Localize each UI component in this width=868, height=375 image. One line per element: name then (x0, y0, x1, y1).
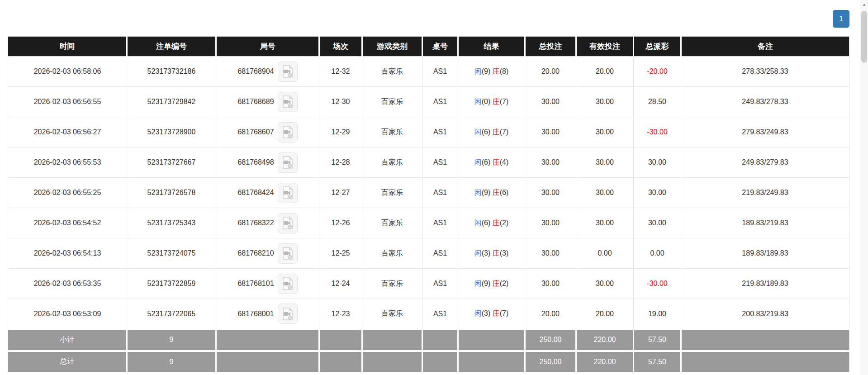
cell-total-bet[interactable]: 30.00 (525, 147, 576, 178)
subtotal-label: 小计 (8, 329, 127, 351)
cell-bet-id: 523173727667 (127, 147, 216, 178)
result-banker-points: (2) (500, 280, 509, 287)
result-player-points: (6) (482, 128, 491, 136)
cell-table-no: AS1 (422, 178, 458, 208)
video-replay-button[interactable] (278, 152, 298, 173)
cell-table-no: AS1 (422, 238, 458, 269)
result-player-label: 闲 (474, 249, 482, 257)
cell-total-bet[interactable]: 20.00 (525, 57, 576, 87)
header-bet-id: 注单编号 (127, 37, 216, 57)
cell-payout: -30.00 (634, 269, 681, 299)
subtotal-count: 9 (127, 329, 216, 351)
subtotal-payout: 57.50 (634, 329, 681, 351)
total-total-bet: 250.00 (525, 351, 576, 372)
vertical-scrollbar[interactable]: ▲ (860, 0, 868, 375)
video-replay-button[interactable] (278, 243, 298, 264)
result-player-points: (6) (482, 158, 491, 166)
video-replay-button[interactable] (278, 183, 298, 203)
result-player-label: 闲 (474, 280, 482, 287)
cell-payout: 30.00 (634, 147, 681, 178)
video-replay-button[interactable] (278, 122, 298, 142)
cell-total-bet[interactable]: 30.00 (525, 208, 576, 238)
cell-total-bet[interactable]: 20.00 (525, 299, 576, 329)
cell-time: 2026-02-03 06:54:13 (8, 238, 127, 269)
video-replay-button[interactable] (278, 274, 298, 294)
cell-game-type: 百家乐 (362, 117, 422, 147)
cell-total-bet[interactable]: 30.00 (525, 269, 576, 299)
cell-remark: 189.83/219.83 (681, 208, 849, 238)
cell-round: 681768607 (216, 117, 319, 147)
subtotal-row: 小计 9 250.00 220.00 57.50 (8, 329, 849, 351)
round-number: 681768424 (237, 189, 274, 197)
cell-game-type: 百家乐 (362, 269, 422, 299)
pagination-page-1-button[interactable]: 1 (833, 10, 849, 28)
result-player-label: 闲 (474, 128, 482, 136)
result-banker-label: 庄 (493, 280, 500, 287)
cell-game-type: 百家乐 (362, 299, 422, 329)
cell-session: 12-26 (319, 208, 362, 238)
result-player-points: (3) (482, 309, 491, 317)
result-banker-points: (8) (500, 67, 509, 75)
result-player-label: 闲 (474, 98, 482, 105)
cell-remark: 200.83/219.83 (681, 299, 849, 329)
video-file-icon (281, 125, 294, 139)
cell-result: 闲(3) 庄(7) (458, 299, 525, 329)
table-row: 2026-02-03 06:53:09 523173722065 6817680… (8, 299, 849, 329)
video-replay-button[interactable] (278, 304, 298, 324)
cell-session: 12-32 (319, 57, 362, 87)
header-remark: 备注 (681, 37, 849, 57)
cell-payout: 30.00 (634, 178, 681, 208)
header-payout: 总派彩 (634, 37, 681, 57)
cell-total-bet[interactable]: 30.00 (525, 87, 576, 117)
video-replay-button[interactable] (278, 92, 298, 112)
cell-valid-bet: 30.00 (576, 178, 634, 208)
cell-table-no: AS1 (422, 299, 458, 329)
result-banker-label: 庄 (493, 189, 500, 196)
cell-total-bet[interactable]: 30.00 (525, 238, 576, 269)
cell-game-type: 百家乐 (362, 208, 422, 238)
scrollbar-thumb[interactable] (861, 11, 867, 63)
header-game-type: 游戏类别 (362, 37, 422, 57)
total-count: 9 (127, 351, 216, 372)
cell-result: 闲(0) 庄(7) (458, 87, 525, 117)
result-player-points: (6) (482, 219, 491, 227)
cell-time: 2026-02-03 06:58:06 (8, 57, 127, 87)
cell-bet-id: 523173724075 (127, 238, 216, 269)
cell-total-bet[interactable]: 30.00 (525, 178, 576, 208)
video-file-icon (281, 277, 294, 290)
cell-valid-bet: 30.00 (576, 269, 634, 299)
video-file-icon (281, 247, 294, 260)
scrollbar-up-arrow-icon[interactable]: ▲ (860, 1, 868, 8)
result-player-points: (9) (482, 67, 491, 75)
round-number: 681768210 (237, 249, 274, 257)
round-number: 681768001 (237, 310, 274, 318)
round-number: 681768607 (237, 128, 274, 136)
table-row: 2026-02-03 06:58:06 523173732186 6817689… (8, 57, 849, 87)
result-player-points: (9) (482, 189, 491, 196)
cell-bet-id: 523173726578 (127, 178, 216, 208)
cell-result: 闲(6) 庄(4) (458, 147, 525, 178)
video-file-icon (281, 65, 294, 78)
cell-time: 2026-02-03 06:53:09 (8, 299, 127, 329)
cell-time: 2026-02-03 06:54:52 (8, 208, 127, 238)
video-replay-button[interactable] (278, 213, 298, 233)
cell-result: 闲(9) 庄(8) (458, 57, 525, 87)
header-round: 局号 (216, 37, 319, 57)
video-file-icon (281, 307, 294, 321)
cell-round: 681768210 (216, 238, 319, 269)
subtotal-total-bet: 250.00 (525, 329, 576, 351)
table-row: 2026-02-03 06:55:25 523173726578 6817684… (8, 178, 849, 208)
cell-session: 12-24 (319, 269, 362, 299)
cell-session: 12-30 (319, 87, 362, 117)
result-banker-label: 庄 (493, 98, 500, 105)
header-time: 时间 (8, 37, 127, 57)
round-number: 681768904 (237, 67, 274, 76)
cell-session: 12-25 (319, 238, 362, 269)
result-player-label: 闲 (474, 189, 482, 196)
cell-total-bet[interactable]: 30.00 (525, 117, 576, 147)
cell-remark: 219.83/249.83 (681, 178, 849, 208)
video-replay-button[interactable] (278, 62, 298, 82)
cell-result: 闲(3) 庄(3) (458, 238, 525, 269)
result-banker-points: (2) (500, 219, 509, 227)
result-banker-points: (6) (500, 189, 509, 196)
